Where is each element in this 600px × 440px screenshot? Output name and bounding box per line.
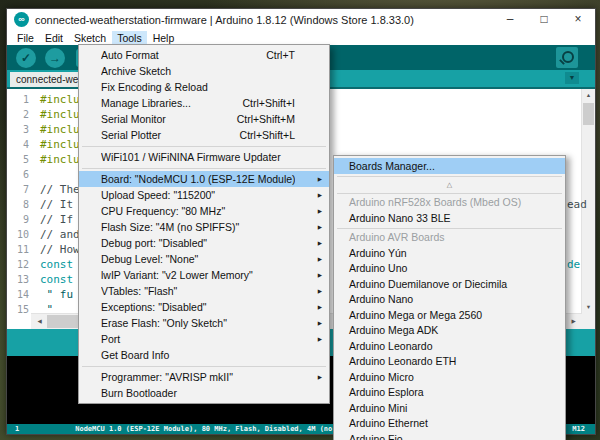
scroll-left-arrow-icon[interactable]: ◀ — [33, 314, 46, 329]
boards-submenu-item-arduino-nano[interactable]: Arduino Nano — [334, 292, 565, 308]
tools-menu-item-erase-flash-only-sketch[interactable]: Erase Flash: "Only Sketch"▶ — [79, 315, 329, 331]
boards-submenu-item-arduino-nano-33-ble[interactable]: Arduino Nano 33 BLE — [334, 210, 565, 226]
code-text: #inclu — [34, 152, 80, 167]
boards-submenu: Boards Manager...△Arduino nRF528x Boards… — [333, 155, 566, 440]
arrow-right-icon: → — [49, 51, 61, 65]
tools-menu-item-burn-bootloader[interactable]: Burn Bootloader — [79, 385, 329, 401]
tools-menu-item-debug-level-none[interactable]: Debug Level: "None"▶ — [79, 251, 329, 267]
port-text-fragment: M12 — [572, 425, 585, 433]
magnifier-icon — [562, 51, 574, 63]
code-text: " fu — [34, 287, 73, 302]
menu-item-shortcut: Ctrl+Shift+M — [237, 113, 295, 125]
menubar-item-help[interactable]: Help — [148, 31, 180, 45]
scroll-right-arrow-icon[interactable]: ▶ — [567, 314, 580, 329]
tools-menu-item-board-nodemcu-1-0-esp-12e-module[interactable]: Board: "NodeMCU 1.0 (ESP-12E Module)"▶ — [79, 171, 329, 187]
chevron-down-icon: ▼ — [569, 74, 576, 81]
tools-menu-item-upload-speed-115200[interactable]: Upload Speed: "115200"▶ — [79, 187, 329, 203]
tools-menu-item-archive-sketch[interactable]: Archive Sketch — [79, 63, 329, 79]
tools-menu-item-programmer-avrisp-mkii[interactable]: Programmer: "AVRISP mkII"▶ — [79, 369, 329, 385]
tools-menu-item-cpu-frequency-80-mhz[interactable]: CPU Frequency: "80 MHz"▶ — [79, 203, 329, 219]
check-icon: ✓ — [21, 51, 31, 65]
tools-menu-item-fix-encoding-reload[interactable]: Fix Encoding & Reload — [79, 79, 329, 95]
tools-menu-item-exceptions-disabled[interactable]: Exceptions: "Disabled"▶ — [79, 299, 329, 315]
submenu-arrow-icon: ▶ — [318, 374, 322, 380]
boards-submenu-item-boards-manager[interactable]: Boards Manager... — [334, 158, 565, 174]
line-number: 10 — [7, 227, 34, 242]
tools-menu: Auto FormatCtrl+TArchive SketchFix Encod… — [78, 44, 330, 404]
scroll-up-arrow-icon[interactable]: ▲ — [582, 89, 595, 102]
menu-item-label: Programmer: "AVRISP mkII" — [101, 371, 295, 383]
menu-item-label: Board: "NodeMCU 1.0 (ESP-12E Module)" — [101, 173, 295, 185]
boards-submenu-item-arduino-duemilanove-or-diecimila[interactable]: Arduino Duemilanove or Diecimila — [334, 276, 565, 292]
menu-item-label: Debug Level: "None" — [101, 253, 295, 265]
code-text: const — [34, 272, 80, 287]
scroll-down-arrow-icon[interactable]: ▼ — [582, 301, 595, 314]
tools-menu-item-vtables-flash[interactable]: VTables: "Flash"▶ — [79, 283, 329, 299]
boards-submenu-item-arduino-mega-or-mega-2560[interactable]: Arduino Mega or Mega 2560 — [334, 307, 565, 323]
code-text: #inclu — [34, 122, 80, 137]
menu-item-shortcut: Ctrl+Shift+L — [240, 129, 295, 141]
boards-submenu-item-arduino-nrf528x-boards-mbed-os: Arduino nRF528x Boards (Mbed OS) — [334, 195, 565, 211]
boards-submenu-item-arduino-mega-adk[interactable]: Arduino Mega ADK — [334, 323, 565, 339]
line-number: 12 — [7, 257, 34, 272]
tools-menu-item-flash-size-4m-no-spiffs[interactable]: Flash Size: "4M (no SPIFFS)"▶ — [79, 219, 329, 235]
boards-submenu-item-arduino-leonardo-eth[interactable]: Arduino Leonardo ETH — [334, 354, 565, 370]
tools-menu-item-get-board-info[interactable]: Get Board Info — [79, 347, 329, 363]
arduino-logo-icon: ∞ — [14, 12, 29, 27]
menubar-item-file[interactable]: File — [12, 31, 39, 45]
submenu-arrow-icon: ▶ — [318, 208, 322, 214]
submenu-arrow-icon: ▶ — [318, 256, 322, 262]
submenu-arrow-icon: ▶ — [318, 288, 322, 294]
window-controls: – □ × — [493, 9, 595, 30]
menu-item-label: Archive Sketch — [101, 65, 295, 77]
tools-menu-item-lwip-variant-v2-lower-memory[interactable]: lwIP Variant: "v2 Lower Memory"▶ — [79, 267, 329, 283]
serial-monitor-button[interactable] — [556, 47, 578, 68]
boards-submenu-item-arduino-avr-boards: Arduino AVR Boards — [334, 230, 565, 246]
boards-submenu-item-arduino-esplora[interactable]: Arduino Esplora — [334, 385, 565, 401]
maximize-button[interactable]: □ — [527, 9, 561, 30]
upload-button[interactable]: → — [45, 48, 65, 68]
code-text: // and — [34, 227, 80, 242]
tab-menu-button[interactable]: ▼ — [565, 72, 579, 84]
boards-submenu-item-arduino-ethernet[interactable]: Arduino Ethernet — [334, 416, 565, 432]
line-number: 9 — [7, 212, 34, 227]
boards-submenu-item-arduino-micro[interactable]: Arduino Micro — [334, 369, 565, 385]
code-text: // It — [34, 197, 80, 212]
boards-submenu-item-arduino-mini[interactable]: Arduino Mini — [334, 400, 565, 416]
menu-item-label: Serial Monitor — [101, 113, 229, 125]
menu-item-label: Auto Format — [101, 49, 258, 61]
code-text: // If — [34, 212, 80, 227]
submenu-arrow-icon: ▶ — [318, 240, 322, 246]
titlebar: ∞ connected-weatherstation-firmware | Ar… — [7, 9, 595, 30]
line-number: 13 — [7, 272, 34, 287]
tools-menu-item-port[interactable]: Port▶ — [79, 331, 329, 347]
menu-separator — [334, 191, 565, 195]
line-number: 6 — [7, 167, 34, 182]
boards-submenu-item-arduino-uno[interactable]: Arduino Uno — [334, 261, 565, 277]
boards-submenu-item-arduino-y-n[interactable]: Arduino Yún — [334, 245, 565, 261]
vertical-scroll-thumb[interactable] — [583, 103, 594, 125]
tools-menu-item-debug-port-disabled[interactable]: Debug port: "Disabled"▶ — [79, 235, 329, 251]
tools-menu-item-auto-format[interactable]: Auto FormatCtrl+T — [79, 47, 329, 63]
tools-menu-item-wifi101-wifinina-firmware-updater[interactable]: WiFi101 / WiFiNINA Firmware Updater — [79, 149, 329, 165]
menubar-item-sketch[interactable]: Sketch — [69, 31, 111, 45]
line-number: 14 — [7, 287, 34, 302]
menubar-item-tools[interactable]: Tools — [112, 31, 147, 45]
close-button[interactable]: × — [561, 9, 595, 30]
menubar-item-edit[interactable]: Edit — [40, 31, 68, 45]
code-text: #inclu — [34, 137, 80, 152]
menu-item-label: lwIP Variant: "v2 Lower Memory" — [101, 269, 295, 281]
code-fragment: de — [567, 257, 580, 272]
menu-item-label: Port — [101, 333, 295, 345]
boards-submenu-item-arduino-fio[interactable]: Arduino Fio — [334, 431, 565, 440]
tools-menu-item-manage-libraries[interactable]: Manage Libraries...Ctrl+Shift+I — [79, 95, 329, 111]
line-number: 3 — [7, 122, 34, 137]
boards-submenu-item-arduino-leonardo[interactable]: Arduino Leonardo — [334, 338, 565, 354]
verify-button[interactable]: ✓ — [16, 48, 36, 68]
menu-item-label: Flash Size: "4M (no SPIFFS)" — [101, 221, 295, 233]
minimize-button[interactable]: – — [493, 9, 527, 30]
submenu-arrow-icon: ▶ — [318, 176, 322, 182]
submenu-scroll-up-icon[interactable]: △ — [334, 178, 565, 191]
tools-menu-item-serial-plotter[interactable]: Serial PlotterCtrl+Shift+L — [79, 127, 329, 143]
tools-menu-item-serial-monitor[interactable]: Serial MonitorCtrl+Shift+M — [79, 111, 329, 127]
